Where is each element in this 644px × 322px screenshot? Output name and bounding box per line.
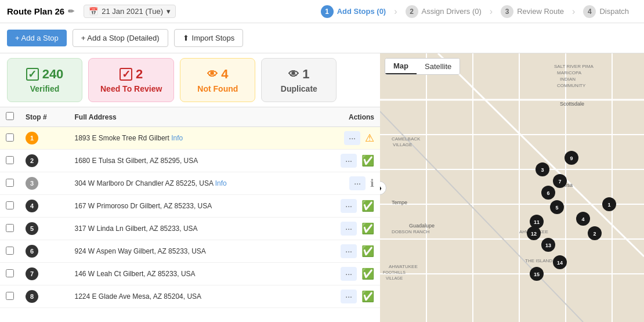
step-4-num: 4 (583, 5, 596, 18)
svg-text:MARICOPA: MARICOPA (557, 70, 582, 75)
actions-cell: ··· ✅ (313, 218, 380, 240)
date-text: 21 Jan 2021 (Tue) (102, 7, 163, 16)
status-icon: ✅ (361, 267, 374, 280)
row-actions-button[interactable]: ··· (341, 199, 357, 213)
add-stop-button[interactable]: + Add a Stop (7, 30, 67, 46)
table-body: 1 1893 E Smoke Tree Rd Gilbert Info ··· … (0, 127, 380, 308)
table-row: 5 317 W Linda Ln Gilbert, AZ 85233, USA … (0, 218, 380, 240)
svg-text:5: 5 (555, 205, 558, 211)
review-check-icon: ✓ (120, 68, 132, 81)
row-actions-button[interactable]: ··· (341, 290, 357, 303)
step-1[interactable]: 1 Add Stops (0) (313, 5, 395, 18)
stop-badge: 5 (26, 222, 38, 235)
actions-cell: ··· ℹ (313, 172, 380, 195)
step-2[interactable]: 2 Assign Drivers (0) (397, 5, 490, 18)
row-actions-button[interactable]: ··· (344, 131, 360, 145)
review-label: Need To Review (100, 84, 162, 93)
svg-text:Tempe: Tempe (392, 200, 407, 205)
step-3-label: Review Route (517, 7, 564, 16)
svg-text:COMMUNITY: COMMUNITY (557, 83, 586, 88)
table-row: 1 1893 E Smoke Tree Rd Gilbert Info ··· … (0, 127, 380, 150)
row-checkbox[interactable] (6, 156, 14, 164)
map-tab-satellite[interactable]: Satellite (417, 59, 460, 74)
address-text: 146 W Leah Ct Gilbert, AZ 85233, USA (75, 270, 196, 278)
row-checkbox[interactable] (6, 269, 14, 277)
duplicate-count: 👁 1 (288, 67, 309, 82)
review-card[interactable]: ✓ 2 Need To Review (88, 58, 174, 102)
svg-text:CAMELBACK: CAMELBACK (392, 136, 421, 142)
edit-icon[interactable]: ✏ (68, 7, 74, 16)
row-checkbox-cell (0, 240, 20, 263)
route-title-text: Route Plan 26 (7, 6, 64, 16)
svg-text:Scottsdale: Scottsdale (560, 101, 584, 107)
address-text: 1224 E Glade Ave Mesa, AZ 85204, USA (75, 292, 202, 301)
actions-cell: ··· ✅ (313, 240, 380, 263)
review-count: ✓ 2 (120, 67, 143, 82)
svg-text:FOOTHILLS: FOOTHILLS (383, 270, 406, 274)
import-stops-button[interactable]: ⬆ Import Stops (174, 29, 244, 47)
svg-text:6: 6 (547, 190, 549, 196)
info-link[interactable]: Info (171, 134, 183, 142)
row-actions-button[interactable]: ··· (349, 176, 366, 190)
address-cell: 167 W Primoroso Dr Gilbert, AZ 85233, US… (69, 195, 313, 218)
row-actions-button[interactable]: ··· (341, 154, 357, 168)
address-text: 317 W Linda Ln Gilbert, AZ 85233, USA (75, 225, 198, 233)
verified-card[interactable]: ✓ 240 Verified (7, 58, 82, 102)
stats-cards: ✓ 240 Verified ✓ 2 Need To Review 👁 4 No… (0, 53, 380, 107)
stops-table: Stop # Full Address Actions 1 1893 E Smo… (0, 107, 380, 308)
svg-text:THE ISLANDS: THE ISLANDS (525, 258, 555, 263)
notfound-card[interactable]: 👁 4 Not Found (180, 58, 255, 102)
table-row: 2 1680 E Tulsa St Gilbert, AZ 85295, USA… (0, 150, 380, 172)
date-pill[interactable]: 📅 21 Jan 2021 (Tue) ▾ (84, 5, 176, 18)
select-all-checkbox[interactable] (6, 112, 14, 120)
step-2-label: Assign Drivers (0) (422, 7, 482, 16)
stop-badge: 3 (26, 177, 38, 190)
address-cell: 304 W Marlboro Dr Chandler AZ 85225, USA… (69, 172, 313, 195)
row-checkbox-cell (0, 263, 20, 285)
row-actions-button[interactable]: ··· (341, 222, 357, 236)
row-checkbox[interactable] (6, 247, 14, 255)
top-nav: Route Plan 26 ✏ 📅 21 Jan 2021 (Tue) ▾ 1 … (0, 0, 644, 23)
row-checkbox[interactable] (6, 179, 14, 187)
row-checkbox[interactable] (6, 133, 14, 142)
row-actions-button[interactable]: ··· (341, 267, 357, 281)
notfound-eye-icon: 👁 (207, 68, 218, 81)
svg-text:VILLAGE: VILLAGE (393, 142, 412, 147)
address-cell: 1680 E Tulsa St Gilbert, AZ 85295, USA (69, 150, 313, 172)
step-3[interactable]: 3 Review Route (493, 5, 572, 18)
svg-text:12: 12 (531, 231, 537, 237)
calendar-icon: 📅 (89, 7, 98, 16)
add-stop-detailed-button[interactable]: + Add a Stop (Detailed) (73, 29, 168, 47)
step-4[interactable]: 4 Dispatch (575, 5, 637, 18)
address-text: 304 W Marlboro Dr Chandler AZ 85225, USA (75, 179, 214, 187)
table-row: 7 146 W Leah Ct Gilbert, AZ 85233, USA ·… (0, 263, 380, 285)
duplicate-eye-icon: 👁 (288, 68, 299, 81)
svg-text:Guadalupe: Guadalupe (409, 223, 435, 229)
map-tabs: Map Satellite (385, 58, 460, 75)
row-checkbox[interactable] (6, 224, 14, 232)
info-link[interactable]: Info (215, 179, 227, 187)
stop-num-cell: 7 (20, 263, 69, 285)
address-cell: 317 W Linda Ln Gilbert, AZ 85233, USA (69, 218, 313, 240)
row-actions-button[interactable]: ··· (341, 244, 357, 258)
svg-text:3: 3 (541, 167, 544, 173)
stop-num-cell: 4 (20, 195, 69, 218)
svg-text:9: 9 (570, 155, 573, 161)
row-checkbox[interactable] (6, 201, 14, 209)
table-row: 3 304 W Marlboro Dr Chandler AZ 85225, U… (0, 172, 380, 195)
status-icon: ✅ (361, 222, 374, 235)
stop-num-cell: 1 (20, 127, 69, 150)
address-cell: 1893 E Smoke Tree Rd Gilbert Info (69, 127, 313, 150)
duplicate-card[interactable]: 👁 1 Duplicate (261, 58, 337, 102)
map-tab-map[interactable]: Map (385, 59, 417, 74)
steps-nav: 1 Add Stops (0) › 2 Assign Drivers (0) ›… (313, 5, 637, 18)
verified-check-icon: ✓ (26, 68, 39, 81)
svg-text:11: 11 (534, 219, 540, 225)
actions-cell: ··· ✅ (313, 285, 380, 308)
verified-label: Verified (30, 84, 60, 93)
notfound-count: 👁 4 (207, 67, 228, 82)
stop-badge: 1 (26, 132, 38, 144)
table-row: 8 1224 E Glade Ave Mesa, AZ 85204, USA ·… (0, 285, 380, 308)
row-checkbox-cell (0, 150, 20, 172)
row-checkbox[interactable] (6, 292, 14, 300)
